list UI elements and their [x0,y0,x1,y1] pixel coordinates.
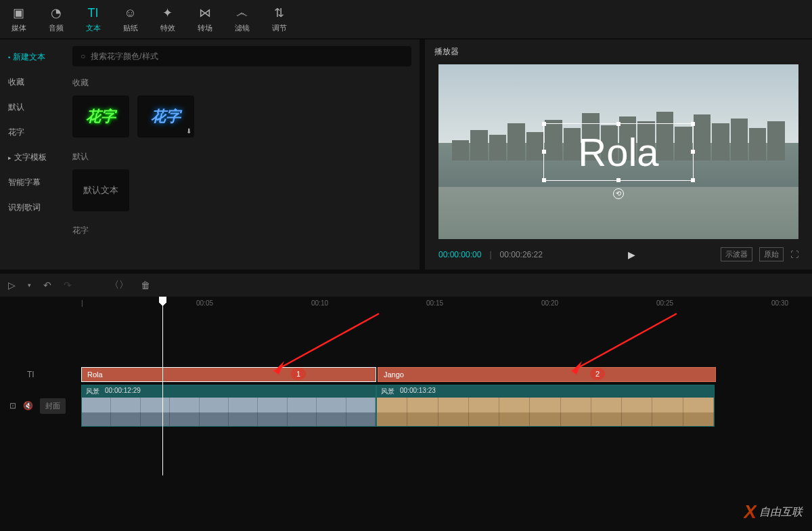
adjust-icon: ⇅ [274,5,284,20]
tab-filter[interactable]: ෴滤镜 [223,0,261,39]
text-track: TI Rola Jango [0,367,812,382]
svg-line-0 [274,314,379,371]
handle-bottom-right[interactable] [691,178,695,182]
sidebar-item-label: 文字模板 [14,152,47,163]
player-title: 播放器 [425,39,812,64]
filter-icon: ෴ [236,6,248,20]
sidebar-item-huazi[interactable]: 花字 [0,120,64,145]
media-icon: ▣ [13,5,24,20]
player-viewport[interactable]: Rola ⟲ [438,64,798,239]
time-current: 00:00:00:00 [438,250,481,259]
tab-adjust[interactable]: ⇅调节 [261,0,298,39]
sidebar-item-recognize-lyrics[interactable]: 识别歌词 [0,195,64,220]
rotate-handle[interactable]: ⟲ [613,188,624,199]
sidebar-item-label: 识别歌词 [8,202,41,213]
text-clip-2[interactable]: Jango [378,367,716,382]
tab-audio[interactable]: ◔音频 [37,0,74,39]
tab-sticker[interactable]: ☺贴纸 [112,0,149,39]
top-tabs: ▣媒体 ◔音频 TI文本 ☺贴纸 ✦特效 ⋈转场 ෴滤镜 ⇅调节 [0,0,812,39]
tab-text[interactable]: TI文本 [74,0,112,39]
text-icon: TI [88,6,99,20]
handle-mid-left[interactable] [542,150,546,154]
effects-icon: ✦ [162,5,173,20]
player-panel: 播放器 Rola ⟲ 00:00:00:00 | 00:00:26:22 [425,39,812,270]
original-button[interactable]: 原始 [759,247,784,261]
video-track: ⊡ 🔇 封面 风景00:00:12:29 风景00:00:13:23 [0,385,812,427]
thumb-default-text[interactable]: 默认文本 [72,169,129,211]
handle-top-mid[interactable] [616,122,621,126]
watermark: X自由互联 [744,501,803,523]
annotation-bubble-2: 2 [590,368,605,380]
tab-effects[interactable]: ✦特效 [149,0,186,39]
search-input[interactable] [91,51,403,61]
split-icon[interactable]: 〈〉 [110,279,129,291]
thumb-huazi-1[interactable]: 花字 [72,95,129,137]
content-panel: ○ 收藏 花字 花字⬇ 默认 默认文本 花字 [64,39,420,270]
overlay-text: Rola [578,130,658,174]
timeline: | 00:05 00:10 00:15 00:20 00:25 00:30 1 … [0,297,812,427]
svg-line-2 [572,314,677,371]
handle-mid-right[interactable] [691,150,695,154]
sidebar-item-templates[interactable]: ▸文字模板 [0,145,64,170]
thumb-huazi-2[interactable]: 花字⬇ [137,95,194,137]
redo-icon[interactable]: ↷ [64,280,72,291]
timeline-toolbar: ▷ ▾ ↶ ↷ 〈〉 🗑 [0,274,812,297]
sidebar-item-default[interactable]: 默认 [0,95,64,120]
sidebar-item-favorites[interactable]: 收藏 [0,70,64,95]
playhead[interactable] [162,297,163,475]
handle-top-right[interactable] [691,122,695,126]
fullscreen-icon[interactable]: ⛶ [790,250,798,259]
player-controls: 00:00:00:00 | 00:00:26:22 ▶ 示波器 原始 ⛶ [425,239,812,270]
cover-button[interactable]: 封面 [40,398,66,414]
sidebar-item-label: 收藏 [8,77,24,88]
left-panel: •新建文本 收藏 默认 花字 ▸文字模板 智能字幕 识别歌词 ○ 收藏 花字 花… [0,39,420,270]
text-track-label: TI [0,370,81,379]
sidebar-item-label: 智能字幕 [8,177,41,188]
undo-icon[interactable]: ↶ [43,280,51,291]
audio-icon: ◔ [51,5,62,20]
tab-transition[interactable]: ⋈转场 [186,0,223,39]
sidebar-item-smart-subtitle[interactable]: 智能字幕 [0,170,64,195]
video-clip-1[interactable]: 风景00:00:12:29 [81,385,376,427]
video-clip-2[interactable]: 风景00:00:13:23 [376,385,715,427]
handle-bottom-mid[interactable] [616,178,621,182]
sidebar: •新建文本 收藏 默认 花字 ▸文字模板 智能字幕 识别歌词 [0,39,64,270]
download-icon: ⬇ [186,127,191,135]
time-total: 00:00:26:22 [500,250,543,259]
chevron-down-icon[interactable]: ▾ [28,282,31,289]
pointer-tool-icon[interactable]: ▷ [8,280,16,291]
section-favorites-label: 收藏 [72,77,411,89]
section-default-label: 默认 [72,151,411,163]
delete-icon[interactable]: 🗑 [141,280,150,291]
sidebar-item-new-text[interactable]: •新建文本 [0,45,64,70]
text-clip-1[interactable]: Rola [81,367,376,382]
section-huazi-label: 花字 [72,225,411,236]
transition-icon: ⋈ [199,5,211,20]
toggle-track-icon[interactable]: ⊡ [9,401,16,410]
oscilloscope-button[interactable]: 示波器 [721,247,752,261]
mute-icon[interactable]: 🔇 [23,401,33,410]
search-box[interactable]: ○ [72,46,411,66]
play-button[interactable]: ▶ [628,249,635,260]
sidebar-item-label: 花字 [8,127,24,138]
sidebar-item-label: 默认 [8,102,24,113]
ruler[interactable]: | 00:05 00:10 00:15 00:20 00:25 00:30 [81,297,812,313]
handle-bottom-left[interactable] [542,178,546,182]
text-overlay[interactable]: Rola ⟲ [543,123,693,181]
search-icon: ○ [81,51,85,61]
sticker-icon: ☺ [124,6,136,20]
handle-top-left[interactable] [542,122,546,126]
annotation-bubble-1: 1 [291,368,306,380]
tab-media[interactable]: ▣媒体 [0,0,37,39]
sidebar-item-label: 新建文本 [13,51,45,63]
